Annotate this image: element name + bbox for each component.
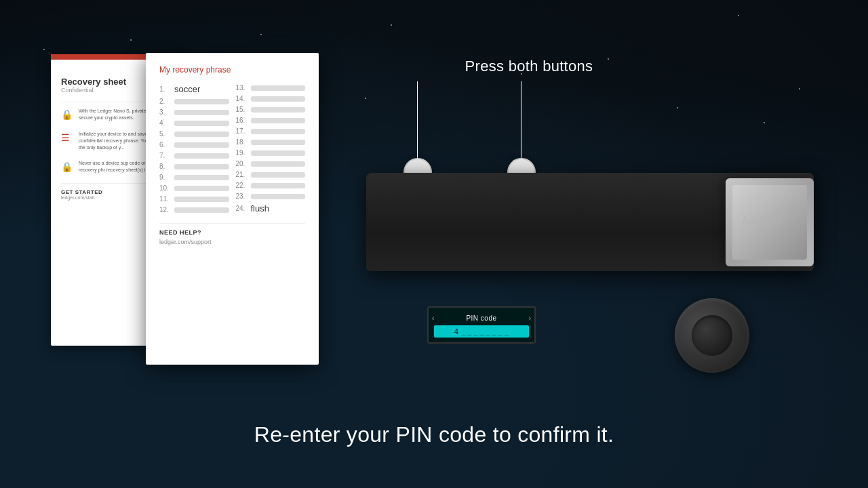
recovery-phrase-card: My recovery phrase 1. soccer 2. 3. 4. 5.	[146, 53, 319, 365]
word-item-23: 23.	[236, 192, 306, 200]
chevron-right-icon: ›	[529, 314, 531, 322]
screen-title: PIN code	[434, 314, 528, 322]
word-item-21: 21.	[236, 171, 306, 178]
word-num-9: 9.	[159, 174, 172, 181]
word-num-7: 7.	[159, 152, 172, 159]
word-num-2: 2.	[159, 98, 172, 105]
word-item-5: 5.	[159, 130, 229, 138]
word-num-8: 8.	[159, 163, 172, 170]
word-num-14: 14.	[236, 95, 248, 102]
word-blur-16	[251, 118, 306, 123]
ledger-screen: ‹ PIN code › 4 _ _ _ _ _ _ _ _	[427, 306, 536, 344]
word-num-18: 18.	[236, 138, 248, 146]
word-item-4: 4.	[159, 119, 229, 127]
word-num-20: 20.	[236, 160, 248, 167]
help-label: NEED HELP?	[159, 229, 305, 236]
word-blur-19	[251, 150, 306, 156]
word-blur-4	[174, 121, 229, 126]
ledger-logo-text: ledger	[743, 214, 783, 228]
word-item-12: 12.	[159, 206, 229, 214]
navigation-wheel[interactable]	[675, 298, 749, 373]
screen-nav: ‹ PIN code ›	[429, 313, 534, 323]
word-num-1: 1.	[159, 85, 172, 93]
word-item-17: 17.	[236, 127, 306, 135]
word-blur-6	[174, 142, 229, 148]
word-item-2: 2.	[159, 98, 229, 105]
word-item-19: 19.	[236, 149, 306, 157]
word-num-19: 19.	[236, 149, 248, 157]
word-item-18: 18.	[236, 138, 306, 146]
word-item-15: 15.	[236, 106, 306, 113]
word-item-10: 10.	[159, 184, 229, 192]
word-item-14: 14.	[236, 95, 306, 102]
word-num-15: 15.	[236, 106, 248, 113]
word-item-7: 7.	[159, 152, 229, 159]
word-num-10: 10.	[159, 184, 172, 192]
word-blur-9	[174, 175, 229, 180]
word-item-3: 3.	[159, 108, 229, 116]
pin-dashes: _ _ _ _ _ _ _ _	[461, 327, 509, 336]
wheel-inner	[692, 315, 732, 356]
word-item-24: 24. flush	[236, 203, 306, 214]
word-blur-20	[251, 161, 306, 167]
word-text-24: flush	[251, 203, 269, 214]
word-num-24: 24.	[236, 205, 248, 212]
word-num-11: 11.	[159, 195, 172, 203]
word-num-21: 21.	[236, 171, 248, 178]
word-num-13: 13.	[236, 84, 248, 92]
word-num-6: 6.	[159, 141, 172, 148]
word-item-11: 11.	[159, 195, 229, 203]
word-blur-22	[251, 183, 306, 188]
words-left-column: 1. soccer 2. 3. 4. 5. 6.	[159, 84, 229, 214]
word-blur-3	[174, 110, 229, 115]
words-right-column: 13. 14. 15. 16. 17. 18.	[236, 84, 306, 214]
button-line-right	[521, 81, 521, 163]
word-blur-8	[174, 164, 229, 169]
word-blur-10	[174, 186, 229, 191]
word-blur-2	[174, 99, 229, 104]
word-item-22: 22.	[236, 182, 306, 189]
word-text-1: soccer	[174, 84, 200, 94]
word-item-13: 13.	[236, 84, 306, 92]
word-num-23: 23.	[236, 192, 248, 200]
word-blur-11	[174, 197, 229, 202]
word-blur-15	[251, 107, 306, 113]
rc-divider	[159, 223, 305, 224]
press-buttons-label: Press both buttons	[427, 58, 631, 75]
word-grid: 1. soccer 2. 3. 4. 5. 6.	[159, 84, 305, 214]
word-num-5: 5.	[159, 130, 172, 138]
word-item-16: 16.	[236, 117, 306, 124]
lock-icon: 🔒	[61, 109, 73, 121]
word-item-8: 8.	[159, 163, 229, 170]
word-blur-23	[251, 194, 306, 199]
word-blur-7	[174, 153, 229, 159]
pin-row: 4 _ _ _ _ _ _ _ _	[434, 325, 529, 338]
word-blur-17	[251, 129, 306, 134]
word-blur-13	[251, 85, 306, 91]
button-line-left	[417, 81, 418, 163]
word-blur-21	[251, 172, 306, 178]
word-item-9: 9.	[159, 174, 229, 181]
word-num-4: 4.	[159, 119, 172, 127]
word-num-16: 16.	[236, 117, 248, 124]
pin-digit: 4	[454, 327, 458, 336]
word-blur-14	[251, 96, 306, 102]
word-blur-12	[174, 207, 229, 213]
list-icon: ☰	[61, 132, 73, 144]
help-link: ledger.com/support	[159, 239, 305, 245]
word-num-17: 17.	[236, 127, 248, 135]
word-blur-18	[251, 140, 306, 145]
recovery-card-title: My recovery phrase	[159, 65, 305, 75]
device-area: Press both buttons ‹ PIN code › 4 _ _ _ …	[366, 58, 827, 268]
word-num-22: 22.	[236, 182, 248, 189]
word-blur-5	[174, 131, 229, 137]
word-item-6: 6.	[159, 141, 229, 148]
word-item-20: 20.	[236, 160, 306, 167]
word-item-1: 1. soccer	[159, 84, 229, 94]
word-num-12: 12.	[159, 206, 172, 214]
word-num-3: 3.	[159, 108, 172, 116]
subtitle-text: Re-enter your PIN code to confirm it.	[0, 422, 868, 447]
lock2-icon: 🔒	[61, 161, 73, 174]
